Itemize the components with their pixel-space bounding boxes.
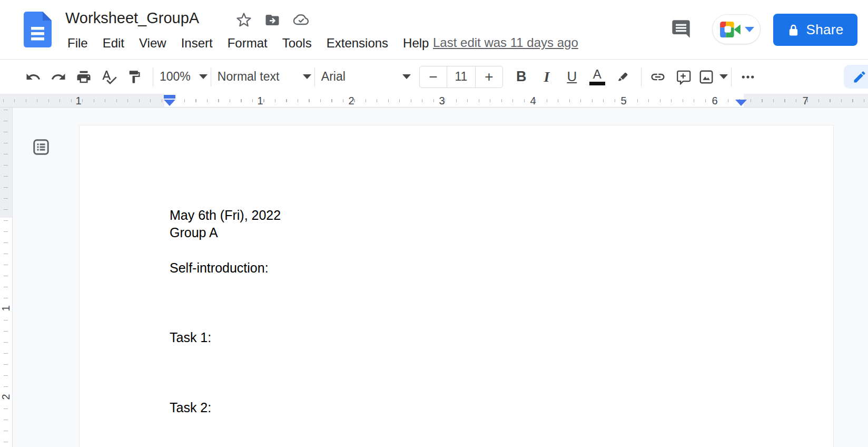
star-icon[interactable] xyxy=(235,12,252,28)
increase-font-size-button[interactable]: + xyxy=(476,66,502,88)
cloud-saved-icon[interactable] xyxy=(293,12,310,28)
zoom-select[interactable]: 100% xyxy=(160,70,208,84)
google-docs-window: Worksheet_GroupA FileEditViewInsertForma… xyxy=(0,0,868,447)
ruler-inch-label: 2 xyxy=(0,393,12,401)
text-color-swatch xyxy=(589,82,605,85)
toolbar-separator xyxy=(153,67,153,86)
menu-bar: FileEditViewInsertFormatToolsExtensionsH… xyxy=(60,33,436,53)
toolbar-separator xyxy=(314,67,315,86)
menu-view[interactable]: View xyxy=(132,35,174,52)
menu-extensions[interactable]: Extensions xyxy=(319,35,396,52)
document-page[interactable]: May 6th (Fri), 2022Group A Self-introduc… xyxy=(79,125,834,447)
zoom-value: 100% xyxy=(160,70,191,84)
document-text: May 6th (Fri), 2022Group A Self-introduc… xyxy=(170,207,745,416)
menu-help[interactable]: Help xyxy=(396,35,436,52)
paragraph-style-value: Normal text xyxy=(218,70,280,84)
insert-image-button[interactable] xyxy=(698,69,728,85)
spellcheck-button[interactable] xyxy=(99,67,119,87)
doc-line xyxy=(170,347,745,364)
toolbar-separator xyxy=(641,67,642,86)
menu-insert[interactable]: Insert xyxy=(174,35,220,52)
text-color-button[interactable]: A xyxy=(587,67,607,87)
decrease-font-size-button[interactable]: − xyxy=(420,66,447,88)
document-outline-button[interactable] xyxy=(31,137,52,158)
ruler-inch-label: 1 xyxy=(0,304,12,312)
ruler-inch-label: 5 xyxy=(620,95,626,107)
italic-button[interactable]: I xyxy=(537,67,557,87)
lock-icon xyxy=(787,23,800,37)
ruler-inch-label: 2 xyxy=(348,95,354,107)
first-line-indent-marker[interactable] xyxy=(164,95,175,99)
font-family-value: Arial xyxy=(321,70,346,84)
print-button[interactable] xyxy=(74,67,94,87)
document-outline-icon xyxy=(32,138,51,157)
share-button-label: Share xyxy=(806,22,844,38)
doc-line: Task 1: xyxy=(170,329,745,346)
menu-format[interactable]: Format xyxy=(220,35,275,52)
share-button[interactable]: Share xyxy=(773,14,857,46)
last-edit-status[interactable]: Last edit was 11 days ago xyxy=(433,35,578,50)
docs-logo-icon[interactable] xyxy=(24,12,52,47)
edit-mode-pencil-icon xyxy=(852,70,867,84)
doc-line: Self-introduction: xyxy=(170,259,745,277)
doc-line xyxy=(170,382,745,399)
ruler-inch-label: 1 xyxy=(75,95,81,107)
more-options-button[interactable] xyxy=(738,67,758,87)
document-canvas: 12 May 6th (Fri), 2022Group A Self-intro… xyxy=(0,108,868,447)
ruler-inch-label: 3 xyxy=(439,95,445,107)
meet-icon xyxy=(719,21,741,38)
toolbar: 100% Normal text Arial − 11 + B I U A xyxy=(0,60,868,93)
font-family-select[interactable]: Arial xyxy=(321,70,411,84)
move-folder-icon[interactable] xyxy=(264,12,281,28)
add-comment-button[interactable] xyxy=(673,67,693,87)
ruler-inch-label: 4 xyxy=(530,95,536,107)
right-indent-marker[interactable] xyxy=(735,100,747,106)
underline-button[interactable]: U xyxy=(562,67,582,87)
highlight-color-button[interactable] xyxy=(613,67,633,87)
doc-line xyxy=(170,364,745,382)
comment-history-icon[interactable] xyxy=(669,17,693,41)
ruler-inch-label: 1 xyxy=(257,95,263,107)
meet-button[interactable] xyxy=(712,14,761,44)
chevron-down-icon xyxy=(719,74,728,79)
menu-tools[interactable]: Tools xyxy=(275,35,319,52)
left-indent-marker[interactable] xyxy=(164,100,175,106)
toolbar-separator xyxy=(211,67,211,86)
ruler-inch-label: 6 xyxy=(712,95,717,107)
doc-line xyxy=(170,294,745,312)
editing-mode-button[interactable] xyxy=(844,65,868,89)
redo-button[interactable] xyxy=(48,67,68,87)
toolbar-separator xyxy=(731,67,732,86)
chevron-down-icon xyxy=(199,74,208,79)
ruler-inch-label: 7 xyxy=(802,95,808,107)
doc-line: Group A xyxy=(170,224,745,241)
doc-line: Task 2: xyxy=(170,399,745,416)
font-size-value[interactable]: 11 xyxy=(447,66,476,88)
chevron-down-icon xyxy=(402,74,411,79)
doc-line xyxy=(170,312,745,329)
font-size-stepper: − 11 + xyxy=(419,66,503,88)
paint-format-button[interactable] xyxy=(124,67,144,87)
meet-dropdown-caret-icon xyxy=(745,27,754,32)
paragraph-style-select[interactable]: Normal text xyxy=(218,70,311,84)
doc-line xyxy=(170,277,745,294)
insert-link-button[interactable] xyxy=(648,67,668,87)
app-header: Worksheet_GroupA FileEditViewInsertForma… xyxy=(0,0,868,60)
doc-line: May 6th (Fri), 2022 xyxy=(170,207,745,224)
vertical-ruler: 12 xyxy=(0,108,13,447)
menu-edit[interactable]: Edit xyxy=(95,35,132,52)
document-title[interactable]: Worksheet_GroupA xyxy=(65,9,199,27)
horizontal-ruler: 11234567 xyxy=(0,94,868,108)
menu-file[interactable]: File xyxy=(60,35,95,52)
undo-button[interactable] xyxy=(23,67,43,87)
doc-line xyxy=(170,241,745,259)
bold-button[interactable]: B xyxy=(511,67,531,87)
chevron-down-icon xyxy=(303,74,311,79)
